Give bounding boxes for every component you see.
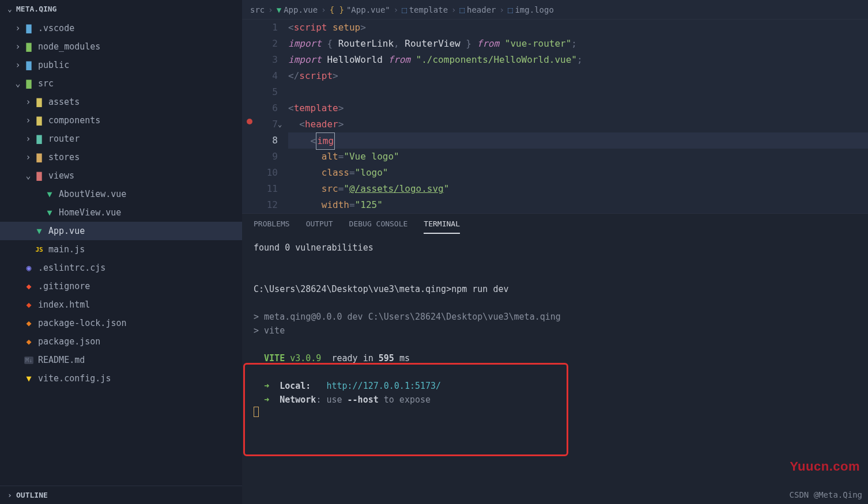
code-line[interactable]: import HelloWorld from "./components/Hel…: [288, 52, 868, 68]
code-line[interactable]: <script setup>: [288, 20, 868, 36]
eslint-icon: ◉: [23, 263, 35, 273]
code-line[interactable]: import { RouterLink, RouterView } from "…: [288, 36, 868, 52]
terminal-line: > meta.qing@0.0.0 dev C:\Users\28624\Des…: [254, 310, 856, 324]
file-tree-item[interactable]: ▼AboutView.vue: [0, 185, 242, 203]
watermark: Yuucn.com: [790, 459, 860, 474]
file-label: views: [48, 170, 74, 181]
chevron-icon: [13, 355, 23, 365]
breadcrumb[interactable]: src›▼ App.vue›{ } "App.vue"›⬚ template›⬚…: [242, 0, 868, 20]
chevron-icon: ⌄: [23, 170, 33, 181]
code-line[interactable]: class="logo": [288, 165, 868, 181]
terminal-line: found 0 vulnerabilities: [254, 241, 856, 255]
chevron-icon: ›: [23, 134, 33, 144]
breadcrumb-item[interactable]: ⬚ header: [460, 5, 496, 14]
file-tree-item[interactable]: ›▇stores: [0, 148, 242, 166]
chevron-icon: [33, 207, 44, 218]
project-name: META.QING: [16, 5, 56, 13]
fold-chevron-icon[interactable]: ⌄: [278, 116, 282, 132]
file-tree-item[interactable]: ◆.gitignore: [0, 277, 242, 295]
md-icon: M↓: [23, 357, 35, 364]
bottom-panel: PROBLEMSOUTPUTDEBUG CONSOLETERMINAL foun…: [242, 213, 868, 504]
code-line[interactable]: [288, 84, 868, 100]
breadcrumb-item[interactable]: ⬚ template: [402, 5, 448, 14]
code-line[interactable]: </script>: [288, 68, 868, 84]
outline-header[interactable]: › OUTLINE: [0, 486, 242, 504]
code-line[interactable]: width="125": [288, 197, 868, 213]
file-tree-item[interactable]: ›▇.vscode: [0, 19, 242, 37]
folder-y-icon: ▇: [33, 115, 45, 126]
file-tree-item[interactable]: JSmain.js: [0, 240, 242, 259]
panel-tab[interactable]: TERMINAL: [424, 219, 460, 234]
terminal-line: > vite: [254, 324, 856, 338]
panel-tabs: PROBLEMSOUTPUTDEBUG CONSOLETERMINAL: [242, 214, 868, 234]
file-label: .gitignore: [38, 281, 90, 291]
file-label: router: [48, 134, 80, 144]
csdn-attribution: CSDN @Meta.Qing: [790, 490, 862, 499]
folder-g-icon: ▇: [23, 78, 35, 89]
file-label: AboutView.vue: [59, 189, 126, 199]
file-tree-item[interactable]: ›▇components: [0, 111, 242, 130]
code-line[interactable]: alt="Vue logo": [288, 149, 868, 165]
file-tree-item[interactable]: ◆package.json: [0, 332, 242, 351]
code-line[interactable]: src="@/assets/logo.svg": [288, 181, 868, 197]
folder-t-icon: ▇: [33, 134, 45, 144]
folder-r-icon: ▇: [33, 170, 45, 181]
file-label: package.json: [38, 336, 100, 347]
code-lines[interactable]: ⌄ <script setup>import { RouterLink, Rou…: [288, 20, 868, 213]
code-line[interactable]: <header>: [288, 116, 868, 132]
panel-tab[interactable]: PROBLEMS: [254, 219, 290, 234]
html-icon: ◆: [23, 300, 35, 310]
file-tree-item[interactable]: ›▇router: [0, 130, 242, 148]
chevron-icon: ›: [23, 152, 33, 162]
file-tree-item[interactable]: ⌄▇src: [0, 74, 242, 93]
breadcrumb-item[interactable]: ▼ App.vue: [277, 5, 318, 14]
vue-icon: ▼: [44, 207, 55, 218]
breadcrumb-item[interactable]: { } "App.vue": [330, 5, 390, 14]
file-tree-item[interactable]: ⌄▇views: [0, 166, 242, 185]
vue-icon: ▼: [33, 226, 45, 236]
file-tree-item[interactable]: ›▇assets: [0, 93, 242, 111]
file-explorer: ⌄ META.QING ›▇.vscode›▇node_modules›▇pub…: [0, 0, 242, 504]
code-line[interactable]: <img: [288, 132, 868, 149]
js-icon: JS: [33, 246, 45, 253]
annotation-box: [243, 363, 568, 456]
file-label: components: [48, 115, 100, 126]
explorer-header[interactable]: ⌄ META.QING: [0, 0, 242, 18]
file-label: assets: [48, 97, 80, 107]
file-tree-item[interactable]: ◉.eslintrc.cjs: [0, 259, 242, 277]
breakpoint-icon[interactable]: [247, 119, 252, 124]
file-tree-item[interactable]: ▼HomeView.vue: [0, 203, 242, 222]
code-line[interactable]: <template>: [288, 100, 868, 116]
file-tree-item[interactable]: ◆index.html: [0, 295, 242, 314]
file-label: stores: [48, 152, 80, 162]
chevron-icon: ›: [23, 97, 33, 107]
terminal-line: C:\Users\28624\Desktop\vue3\meta.qing>np…: [254, 282, 856, 296]
terminal-output[interactable]: found 0 vulnerabilities C:\Users\28624\D…: [242, 234, 868, 504]
panel-tab[interactable]: DEBUG CONSOLE: [349, 219, 408, 234]
code-editor[interactable]: 123456789101112 ⌄ <script setup>import {…: [242, 20, 868, 213]
file-label: node_modules: [38, 41, 100, 52]
file-tree-item[interactable]: ›▇node_modules: [0, 37, 242, 56]
git-icon: ◆: [23, 281, 35, 291]
file-label: HomeView.vue: [59, 207, 121, 218]
chevron-icon: [13, 318, 23, 328]
breadcrumb-item[interactable]: ⬚ img.logo: [508, 5, 554, 14]
file-tree-item[interactable]: ▼App.vue: [0, 222, 242, 240]
file-tree-item[interactable]: ▼vite.config.js: [0, 369, 242, 388]
chevron-icon: [33, 189, 44, 199]
chevron-down-icon: ⌄: [7, 5, 13, 13]
chevron-icon: [13, 373, 23, 384]
chevron-icon: [13, 300, 23, 310]
file-tree-item[interactable]: ◆package-lock.json: [0, 314, 242, 332]
panel-tab[interactable]: OUTPUT: [306, 219, 333, 234]
chevron-icon: ›: [13, 41, 23, 52]
file-label: index.html: [38, 300, 90, 310]
breadcrumb-item[interactable]: src: [250, 5, 265, 14]
file-label: README.md: [38, 355, 85, 365]
file-tree-item[interactable]: ›▇public: [0, 56, 242, 74]
json-icon: ◆: [23, 318, 35, 328]
editor-area: src›▼ App.vue›{ } "App.vue"›⬚ template›⬚…: [242, 0, 868, 504]
file-tree-item[interactable]: M↓README.md: [0, 351, 242, 369]
file-label: public: [38, 60, 69, 70]
file-label: package-lock.json: [38, 318, 127, 328]
